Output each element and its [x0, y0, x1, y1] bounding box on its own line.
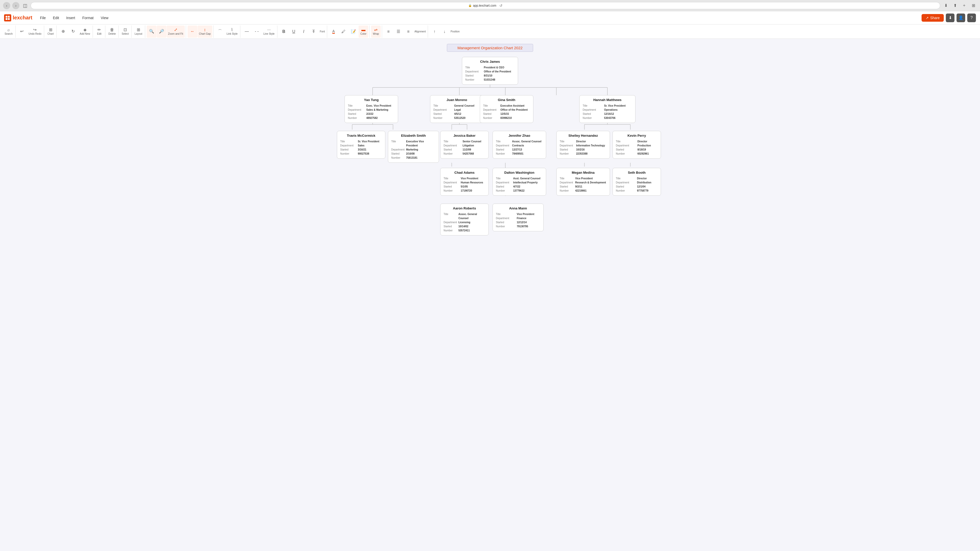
edit-button[interactable]: ✏ Edit [94, 25, 104, 38]
link-style2-button[interactable]: ⌇ Link Style [225, 25, 239, 38]
node-kevin-perry[interactable]: Kevin Perry Title Director Department Pr… [612, 131, 661, 159]
align-right-button[interactable]: ≡ [404, 25, 413, 38]
link-style-button[interactable]: ⌒ [215, 25, 225, 38]
zoom-out-button[interactable]: 🔍 [147, 25, 156, 38]
add-new-shape-button[interactable]: ◈ Add New [78, 25, 92, 38]
border-color-button[interactable]: 📝 [348, 25, 358, 38]
share-browser-button[interactable]: ⬆ [951, 2, 959, 9]
strikethrough-button[interactable]: T [309, 25, 318, 38]
node-chad-adams[interactable]: Chad Adams Title Vice President Departme… [440, 168, 489, 196]
color-label: Color [360, 32, 366, 35]
node-chris-james[interactable]: Chris James Title President & CEO Depart… [462, 57, 518, 85]
underline-button[interactable]: U [289, 25, 299, 38]
menu-view[interactable]: View [97, 14, 112, 21]
node-dalton-washington[interactable]: Dalton Washington Title Asst. General Co… [493, 168, 546, 196]
text-color-button[interactable]: A [329, 25, 339, 38]
node-seth-booth[interactable]: Seth Booth Title Director Department Dis… [612, 168, 661, 196]
search-button[interactable]: ⌕ Search [3, 25, 14, 38]
profile-button[interactable]: 👤 [956, 14, 965, 22]
kevin-perry-name: Kevin Perry [616, 134, 658, 138]
download-button[interactable]: ⬇ [946, 14, 955, 22]
extensions-button[interactable]: ⊞ [970, 2, 977, 9]
seth-booth-detail: Title Director Department Distribution S… [616, 176, 658, 193]
link-style-icon: ⌒ [218, 29, 222, 33]
chart-button[interactable]: ⊞ Chart [46, 25, 56, 38]
layout-label: Layout [135, 32, 142, 35]
toolbar-group-layout: ⊞ Layout [132, 25, 145, 38]
undo-button[interactable]: ↩ [17, 25, 27, 38]
align-left-icon: ≡ [387, 30, 390, 34]
node-jennifer-zhao[interactable]: Jennifer Zhao Title Assoc. General Couns… [493, 131, 546, 159]
toolbar-group-undo: ↩ ↪ Undo Redo [16, 25, 45, 38]
edit-icon: ✏ [97, 28, 101, 32]
toolbar: ⌕ Search ↩ ↪ Undo Redo ⊞ Chart ⊕ ↻ ◈ Add [0, 24, 980, 39]
forward-button[interactable]: › [12, 2, 19, 9]
menu-insert[interactable]: Insert [62, 14, 79, 21]
chartgap2-button[interactable]: ↕ Chart Gap [197, 25, 212, 38]
node-juan-moreno[interactable]: Juan Moreno Title General Counsel Depart… [430, 95, 484, 123]
align-left-button[interactable]: ≡ [383, 25, 393, 38]
line-style3-icon: ··· [267, 28, 270, 32]
share-button[interactable]: ↗ Share [921, 14, 944, 22]
app-header: lexchart File Edit Insert Format View ↗ … [0, 11, 980, 24]
menu-format[interactable]: Format [79, 14, 97, 21]
position-up-button[interactable]: ↑ [430, 25, 439, 38]
node-gina-smith[interactable]: Gina Smith Title Executive Assistant Dep… [480, 95, 533, 123]
node-jessica-baker[interactable]: Jessica Baker Title Senior Counsel Depar… [440, 131, 489, 159]
line-style3-button[interactable]: ··· Line Style [262, 25, 276, 38]
dalton-washington-detail: Title Asst. General Counsel Department I… [496, 176, 543, 193]
chart-title-box: Management Organization Chart 2022 [447, 44, 533, 52]
node-shelley-hernandez[interactable]: Shelley Hernandez Title Director Departm… [556, 131, 610, 159]
toolbar-group-chartgap: ↔ ↕ Chart Gap [186, 25, 213, 38]
bold-button[interactable]: B [279, 25, 289, 38]
node-hannah-matthews[interactable]: Hannah Matthews Title Sr. Vice President… [579, 95, 635, 123]
address-bar[interactable]: 🔒 app.lexchart.com ↺ [30, 2, 940, 9]
toolbar-group-delete: 🗑 Delete [106, 25, 119, 38]
select-button[interactable]: ⊡ Select [120, 25, 130, 38]
node-yao-tung[interactable]: Yao Tung Title Exec. Vice President Depa… [345, 95, 398, 123]
zoom-in-button[interactable]: 🔎 [157, 25, 166, 38]
line-style2-icon: - - [255, 29, 259, 33]
fit-button[interactable]: ⤢ Zoom and Fit [167, 25, 185, 38]
new-tab-button[interactable]: ＋ [961, 2, 968, 9]
node-megan-medina[interactable]: Megan Medina Title Vice President Depart… [556, 168, 610, 196]
add-new-alt-button[interactable]: ↻ [68, 25, 78, 38]
fill-color-button[interactable]: 🖊 [339, 25, 348, 38]
chart-label: Chart [48, 32, 54, 35]
border-color-icon: 📝 [351, 30, 356, 34]
aaron-roberts-name: Aaron Roberts [444, 206, 485, 210]
add-new-button[interactable]: ⊕ [58, 25, 68, 38]
line-style2-button[interactable]: - - [252, 25, 262, 38]
browser-chrome: ‹ › ◫ 🔒 app.lexchart.com ↺ ⬇ ⬆ ＋ ⊞ [0, 0, 980, 11]
menu-edit[interactable]: Edit [49, 14, 62, 21]
node-travis-mccormick[interactable]: Travis McCormick Title Sr. Vice Presiden… [337, 131, 385, 159]
back-button[interactable]: ‹ [3, 2, 10, 9]
add-shape-icon: ◈ [83, 28, 86, 32]
toolbar-group-align: ≡ ☰ ≡ Alignment [383, 25, 428, 38]
redo-button[interactable]: ↪ Undo Redo [27, 25, 43, 38]
position-up-icon: ↑ [433, 30, 435, 34]
italic-button[interactable]: I [299, 25, 309, 38]
page-icon-button[interactable]: ◫ [21, 2, 29, 9]
search-icon: ⌕ [7, 28, 10, 32]
wrap-button[interactable]: ⇌ Wrap [371, 25, 381, 38]
help-button[interactable]: ? [967, 14, 976, 22]
layout-button[interactable]: ⊞ Layout [133, 25, 144, 38]
chart-title-area: Management Organization Chart 2022 [5, 44, 975, 52]
node-aaron-roberts[interactable]: Aaron Roberts Title Assoc. General Couns… [440, 203, 489, 235]
jessica-baker-name: Jessica Baker [444, 134, 485, 138]
chartgap-button[interactable]: ↔ [188, 25, 197, 38]
node-elizabeth-smith[interactable]: Elizabeth Smith Title Executive Vice Pre… [388, 131, 439, 163]
line-style-button[interactable]: — [242, 25, 251, 38]
position-down-button[interactable]: ↓ [439, 25, 449, 38]
align-center-button[interactable]: ☰ [393, 25, 403, 38]
node-anna-mann[interactable]: Anna Mann Title Vice President Departmen… [493, 203, 544, 231]
color-fill-button[interactable]: ▬ Color [359, 25, 368, 38]
chris-james-detail: Title President & CEO Department Office … [465, 65, 515, 82]
downloads-button[interactable]: ⬇ [942, 2, 950, 9]
toolbar-group-select: ⊡ Select [119, 25, 132, 38]
delete-button[interactable]: 🗑 Delete [107, 25, 118, 38]
chris-james-name: Chris James [465, 60, 515, 64]
logo[interactable]: lexchart [4, 14, 32, 21]
menu-file[interactable]: File [37, 14, 49, 21]
